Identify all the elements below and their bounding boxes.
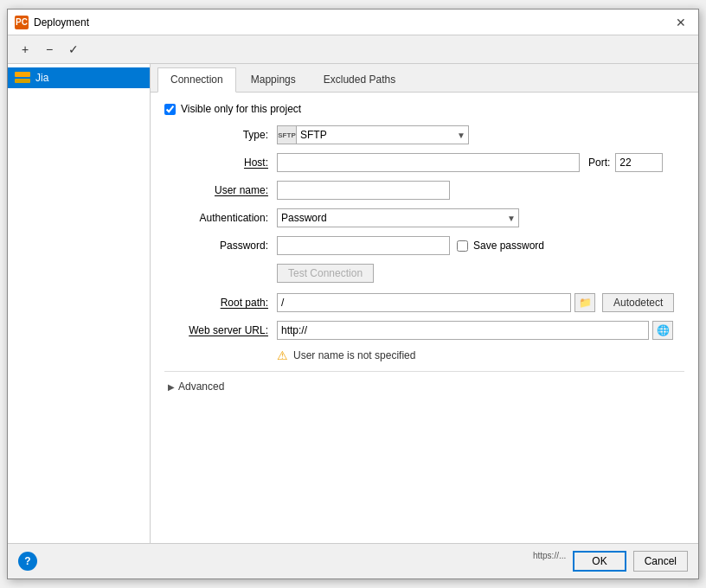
tabs: Connection Mappings Excluded Paths xyxy=(151,64,698,93)
server-icon-top xyxy=(15,72,30,77)
host-row: Host: Port: xyxy=(164,153,684,172)
save-password-checkbox[interactable] xyxy=(457,240,468,252)
type-select[interactable]: SFTP FTP FTPS xyxy=(296,125,469,144)
title-bar-left: PC Deployment xyxy=(15,16,89,29)
add-button[interactable]: + xyxy=(15,39,35,60)
title-bar: PC Deployment ✕ xyxy=(8,10,698,35)
web-server-open-button[interactable]: 🌐 xyxy=(652,321,673,340)
form-area: Visible only for this project Type: SFTP… xyxy=(151,93,698,543)
toolbar: + − ✓ xyxy=(8,35,698,64)
type-row: Type: SFTP SFTP FTP FTPS ▼ xyxy=(164,125,684,144)
warning-text: User name is not specified xyxy=(293,349,415,361)
sidebar-item-jia[interactable]: Jia xyxy=(8,67,150,88)
web-server-row: Web server URL: 🌐 xyxy=(164,321,684,340)
advanced-arrow-icon: ▶ xyxy=(168,382,175,392)
save-password-label: Save password xyxy=(473,240,544,252)
sftp-icon: SFTP xyxy=(277,125,296,144)
main-content: Jia Connection Mappings Excluded Paths V… xyxy=(8,64,698,543)
help-button[interactable]: ? xyxy=(18,552,37,571)
web-server-input-group: 🌐 xyxy=(277,321,673,340)
ok-button[interactable]: OK xyxy=(573,551,626,572)
host-label: Host: xyxy=(164,157,277,169)
sidebar-item-label: Jia xyxy=(35,72,48,84)
deployment-dialog: PC Deployment ✕ + − ✓ Jia Connection xyxy=(7,9,699,579)
tab-excluded-paths[interactable]: Excluded Paths xyxy=(311,67,408,92)
auth-label: Authentication: xyxy=(164,212,277,224)
port-input[interactable] xyxy=(615,153,663,172)
dialog-footer: ? https://... OK Cancel xyxy=(8,543,698,578)
root-path-input-group: 📁 Autodetect xyxy=(277,293,674,312)
autodetect-button[interactable]: Autodetect xyxy=(602,293,674,312)
host-input-group: Port: xyxy=(277,153,663,172)
footer-left: ? xyxy=(18,552,37,571)
footer-right: https://... OK Cancel xyxy=(533,551,688,572)
username-input[interactable] xyxy=(277,181,450,200)
test-connection-button[interactable]: Test Connection xyxy=(277,264,374,283)
app-icon: PC xyxy=(15,16,29,29)
visible-only-checkbox[interactable] xyxy=(164,104,176,115)
server-icon xyxy=(15,72,30,84)
dialog-title: Deployment xyxy=(34,16,89,29)
cancel-button[interactable]: Cancel xyxy=(633,551,688,572)
advanced-row[interactable]: ▶ Advanced xyxy=(168,375,684,398)
password-row: Password: Save password xyxy=(164,236,684,255)
status-bar: https://... xyxy=(533,551,566,572)
check-button[interactable]: ✓ xyxy=(63,39,84,60)
visible-only-row: Visible only for this project xyxy=(164,103,684,115)
server-icon-bottom xyxy=(15,79,30,83)
web-server-label: Web server URL: xyxy=(164,324,277,336)
password-label: Password: xyxy=(164,240,277,252)
close-button[interactable]: ✕ xyxy=(671,14,691,31)
tab-mappings[interactable]: Mappings xyxy=(238,67,309,92)
host-input[interactable] xyxy=(277,153,580,172)
type-label: Type: xyxy=(164,129,277,141)
password-input[interactable] xyxy=(277,236,450,255)
test-connection-row: Test Connection xyxy=(277,264,684,283)
web-server-input[interactable] xyxy=(277,321,649,340)
sidebar: Jia xyxy=(8,64,151,543)
username-row: User name: xyxy=(164,181,684,200)
root-path-row: Root path: 📁 Autodetect xyxy=(164,293,684,312)
port-label: Port: xyxy=(588,157,610,169)
remove-button[interactable]: − xyxy=(39,39,60,60)
auth-select[interactable]: Password Key pair OpenSSH config and aut… xyxy=(277,208,519,227)
save-password-group: Save password xyxy=(457,240,544,252)
folder-browse-button[interactable]: 📁 xyxy=(574,293,595,312)
warning-icon: ⚠ xyxy=(277,348,288,362)
panel: Connection Mappings Excluded Paths Visib… xyxy=(151,64,698,543)
divider xyxy=(164,371,684,372)
type-select-wrapper: SFTP SFTP FTP FTPS ▼ xyxy=(277,125,469,144)
advanced-label: Advanced xyxy=(178,380,224,393)
root-path-input[interactable] xyxy=(277,293,571,312)
auth-row: Authentication: Password Key pair OpenSS… xyxy=(164,208,684,227)
visible-only-label: Visible only for this project xyxy=(181,103,301,115)
root-path-label: Root path: xyxy=(164,297,277,309)
auth-select-wrapper: Password Key pair OpenSSH config and aut… xyxy=(277,208,519,227)
tab-connection[interactable]: Connection xyxy=(157,67,236,93)
username-label: User name: xyxy=(164,184,277,196)
warning-row: ⚠ User name is not specified xyxy=(277,348,684,362)
